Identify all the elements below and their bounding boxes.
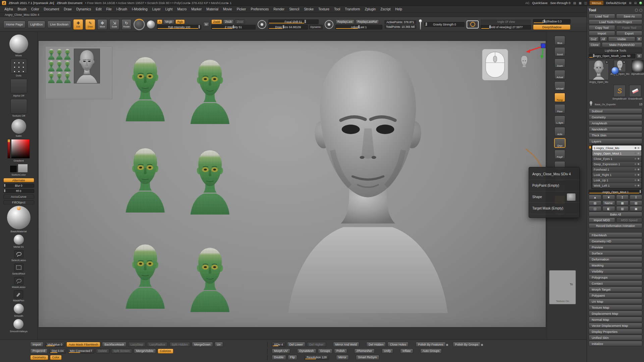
mini-head[interactable]: [56, 49, 63, 60]
blendshape-head-2[interactable]: [191, 60, 229, 124]
adjust-last-slider[interactable]: AdjustLast 1: [335, 25, 382, 29]
paste-tool-button[interactable]: Paste Tool: [616, 25, 643, 30]
switch-color-item[interactable]: SwitchColor: [10, 164, 28, 177]
blendshape-head-3[interactable]: [126, 148, 165, 213]
layer-eye-icon[interactable]: [638, 147, 639, 149]
secondary-color-swatch[interactable]: [10, 165, 17, 173]
palette-section[interactable]: Display Properties: [589, 329, 642, 334]
mini-head[interactable]: [56, 72, 63, 83]
bottom-button[interactable]: Min Connected f: [68, 349, 95, 354]
menu-item[interactable]: File: [104, 6, 114, 12]
blur-slider[interactable]: Blur 0: [3, 184, 34, 188]
layer-duplicate-icon[interactable]: ▦: [616, 200, 629, 205]
copy-tool-button[interactable]: Copy Tool: [589, 25, 615, 30]
bottom-button[interactable]: Del Hidden: [366, 342, 386, 347]
menu-item[interactable]: Preferences: [248, 6, 271, 12]
lightbox-button[interactable]: LightBox: [28, 21, 45, 28]
bottom-button[interactable]: Split Screen: [111, 349, 132, 354]
menu-item[interactable]: Edit: [93, 6, 104, 12]
bottom-button[interactable]: DynaMesh: [297, 349, 316, 354]
right-shelf-button[interactable]: Actual: [554, 70, 565, 79]
palette-section[interactable]: Geometry: [589, 114, 642, 120]
right-shelf-button[interactable]: Scroll: [554, 47, 565, 56]
recent-tool-thumbnail[interactable]: 9: [614, 60, 626, 72]
mini-head[interactable]: [48, 60, 55, 71]
rotate-button[interactable]: ↻Rotate: [121, 19, 131, 30]
menu-item[interactable]: Stroke: [302, 6, 316, 12]
mrgb-button[interactable]: Mrgb: [163, 19, 174, 24]
goz-r-button[interactable]: R: [636, 37, 643, 42]
palette-section[interactable]: NanoMesh: [589, 126, 642, 132]
zadd-button[interactable]: Zadd: [211, 19, 222, 24]
menu-item[interactable]: Layer: [150, 6, 163, 12]
reference-head-thumbnail[interactable]: [74, 49, 100, 83]
bottom-button[interactable]: Resolution 128: [304, 355, 329, 360]
mdd-speed-button[interactable]: MDD Speed: [616, 218, 643, 223]
bottom-button[interactable]: Import: [30, 342, 44, 347]
deep-shadow-button[interactable]: DeepShadow: [533, 24, 571, 30]
palette-section[interactable]: Polypaint: [589, 293, 642, 298]
layer-merge-up-button[interactable]: ↥: [616, 195, 629, 200]
collapse-icon[interactable]: ⊟: [634, 1, 637, 5]
bottom-button[interactable]: LazyStep: [128, 342, 146, 347]
bottom-button[interactable]: Flip: [288, 355, 298, 360]
m-button[interactable]: M: [203, 22, 209, 27]
select-lasso-item[interactable]: SelectLasso: [11, 250, 26, 262]
menu-item[interactable]: I-Brush: [114, 6, 129, 12]
color-gradient-square[interactable]: [11, 139, 30, 159]
bottom-button[interactable]: Delete: [96, 349, 109, 354]
palette-menu-icon[interactable]: [639, 9, 642, 12]
import-mdd-button[interactable]: Import MDD: [589, 218, 615, 223]
blendshape-head-4[interactable]: [191, 150, 229, 215]
smooth-valleys-item[interactable]: SmoothValleys: [10, 319, 28, 333]
menu-item[interactable]: Help: [393, 6, 405, 12]
bottom-button[interactable]: Uv: [215, 342, 223, 347]
context-menu-item[interactable]: Angry_Close_Mou SDiv 4: [529, 169, 579, 180]
menu-item[interactable]: Marker: [189, 6, 204, 12]
palette-section[interactable]: Deformation: [589, 256, 642, 262]
palette-section[interactable]: Polygroups: [589, 275, 642, 280]
bottom-button[interactable]: BackfaceMask: [102, 342, 126, 347]
make-polymesh3d-button[interactable]: Make PolyMesh3D: [602, 42, 642, 47]
bottom-button[interactable]: Groups: [318, 349, 333, 354]
layer-up-button[interactable]: ▲: [589, 195, 601, 200]
layer-merge-down-button[interactable]: ↧: [630, 195, 642, 200]
smooth-brush-item[interactable]: Smooth: [14, 304, 24, 318]
bottom-button[interactable]: ProjectAll: [30, 349, 48, 354]
axis-x-icon[interactable]: [529, 47, 541, 51]
layer-row[interactable]: Close_Eyes 1: [592, 156, 641, 161]
bake-all-button[interactable]: Bake All: [589, 212, 642, 217]
menu-item[interactable]: Document: [42, 6, 62, 12]
goz-button[interactable]: GoZ: [589, 37, 599, 42]
expression-thumbnail-panel[interactable]: [45, 46, 112, 99]
layer-row[interactable]: 1 Angry_Close_Mo: [592, 145, 641, 150]
goz-visible-button[interactable]: Visible: [608, 37, 635, 42]
bottom-button[interactable]: SDiv 4: [272, 342, 285, 347]
rf-slider[interactable]: Rf 0: [3, 189, 34, 193]
context-menu-item[interactable]: Shape: [529, 191, 579, 203]
palette-section[interactable]: Layers: [589, 138, 642, 144]
bottom-button[interactable]: Del Higher: [307, 342, 326, 347]
main-sculpt-head[interactable]: [288, 51, 447, 313]
blendshape-head-6[interactable]: [191, 248, 229, 312]
bottom-button[interactable]: Dist 0.04: [49, 349, 66, 354]
axis-z-icon[interactable]: [541, 44, 545, 48]
save-as-button[interactable]: Save As: [616, 14, 643, 19]
mini-head[interactable]: [56, 60, 63, 71]
palette-section[interactable]: Texture Map: [589, 305, 642, 310]
record-deformation-button[interactable]: Record Deformation Animation: [589, 223, 642, 228]
home-page-button[interactable]: Home Page: [3, 21, 25, 28]
goz-all-button[interactable]: All: [600, 37, 607, 42]
field-of-view-slider[interactable]: Field of view(deg) 27.5977: [481, 25, 531, 29]
blendshape-head-5[interactable]: [126, 245, 165, 309]
bottom-button[interactable]: Polish By Features: [416, 342, 446, 347]
alpha-off-item[interactable]: Alpha Off: [10, 79, 27, 98]
palette-section[interactable]: Surface: [589, 250, 642, 256]
menu-item[interactable]: Macro: [175, 6, 189, 12]
right-shelf-button[interactable]: Activ: [554, 127, 565, 136]
menu-item[interactable]: Light: [163, 6, 175, 12]
context-menu-item[interactable]: Target Mask (Empty): [529, 203, 579, 214]
move-button[interactable]: ✥Move: [97, 19, 107, 30]
stroke-dots-item[interactable]: Dots: [10, 59, 27, 77]
color-picker[interactable]: Gradient: [7, 139, 30, 163]
